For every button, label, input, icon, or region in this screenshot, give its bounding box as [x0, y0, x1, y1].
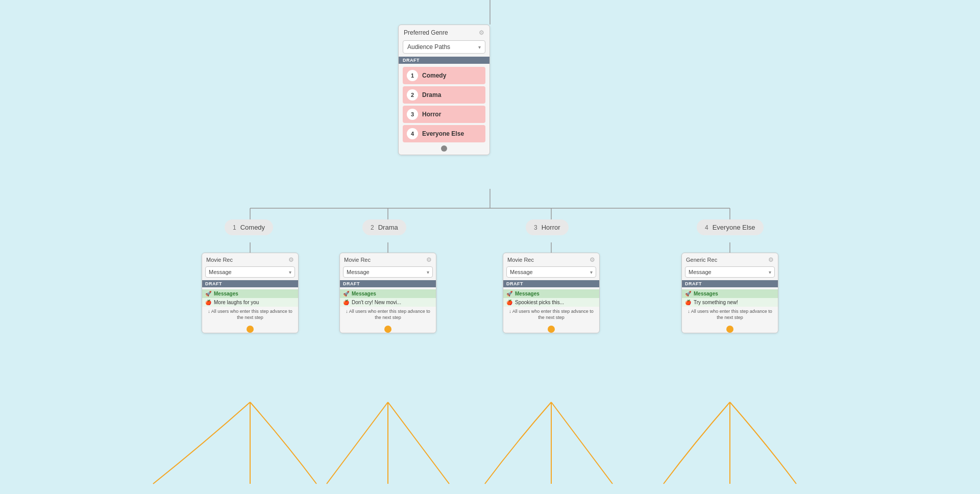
dropdown-label-horror: Message [510, 269, 533, 275]
branch-num-2: 2 [371, 224, 374, 231]
card-title-horror: Movie Rec [507, 257, 534, 263]
branch-pill-comedy[interactable]: 1 Comedy [225, 219, 273, 235]
messages-header-everyone-else: 🚀 Messages [682, 289, 778, 298]
path-item-3[interactable]: 3 Horror [403, 106, 485, 123]
messages-label-drama: Messages [352, 291, 376, 297]
messages-content-horror: 🍎 Spookiest picks this... [503, 298, 599, 307]
branch-num-1: 1 [233, 224, 236, 231]
message-card-drama: Movie Rec ⚙ Message ▾ DRAFT 🚀 Messages 🍎… [339, 253, 436, 333]
orange-dot-drama [384, 326, 391, 333]
advance-text-drama: ↓ All users who enter this step advance … [340, 307, 436, 324]
node-header: Preferred Genre ⚙ [399, 25, 489, 40]
messages-content-comedy: 🍎 More laughs for you [202, 298, 298, 307]
content-label-comedy: More laughs for you [214, 300, 259, 305]
rocket-icon-drama: 🚀 [343, 291, 349, 297]
messages-header-drama: 🚀 Messages [340, 289, 436, 298]
path-item-4[interactable]: 4 Everyone Else [403, 125, 485, 142]
apple-icon-everyone-else: 🍎 [685, 300, 691, 305]
card-gear-drama[interactable]: ⚙ [426, 256, 432, 263]
messages-header-comedy: 🚀 Messages [202, 289, 298, 298]
content-label-everyone-else: Try something new! [694, 300, 738, 305]
path-number-2: 2 [407, 89, 418, 101]
card-title-comedy: Movie Rec [206, 257, 233, 263]
card-dropdown-drama[interactable]: Message ▾ [343, 266, 433, 278]
card-draft-horror: DRAFT [503, 280, 599, 287]
card-dropdown-horror[interactable]: Message ▾ [506, 266, 596, 278]
path-label-everyone-else: Everyone Else [422, 130, 464, 137]
messages-header-horror: 🚀 Messages [503, 289, 599, 298]
branch-num-3: 3 [534, 224, 537, 231]
audience-paths-button[interactable]: Audience Paths ▾ [403, 40, 485, 54]
path-item-2[interactable]: 2 Drama [403, 86, 485, 104]
card-header-horror: Movie Rec ⚙ [503, 253, 599, 266]
card-gear-horror[interactable]: ⚙ [590, 256, 595, 263]
path-item-1[interactable]: 1 Comedy [403, 67, 485, 84]
dropdown-label-comedy: Message [209, 269, 232, 275]
card-draft-drama: DRAFT [340, 280, 436, 287]
path-number-1: 1 [407, 70, 418, 81]
dropdown-chevron-comedy: ▾ [289, 269, 291, 275]
gear-icon[interactable]: ⚙ [479, 29, 484, 36]
node-bottom-dot [441, 145, 447, 152]
card-gear-everyone-else[interactable]: ⚙ [768, 256, 774, 263]
message-card-horror: Movie Rec ⚙ Message ▾ DRAFT 🚀 Messages 🍎… [503, 253, 600, 333]
messages-label-horror: Messages [515, 291, 540, 297]
path-number-4: 4 [407, 128, 418, 139]
dropdown-chevron-everyone-else: ▾ [769, 269, 771, 275]
messages-label-comedy: Messages [214, 291, 238, 297]
orange-dot-everyone-else [726, 326, 733, 333]
rocket-icon-horror: 🚀 [506, 291, 512, 297]
card-dropdown-everyone-else[interactable]: Message ▾ [685, 266, 775, 278]
path-label-comedy: Comedy [422, 72, 446, 79]
branch-pill-everyone-else[interactable]: 4 Everyone Else [697, 219, 764, 235]
branch-pill-horror[interactable]: 3 Horror [526, 219, 569, 235]
card-draft-comedy: DRAFT [202, 280, 298, 287]
apple-icon-drama: 🍎 [343, 300, 349, 305]
content-label-horror: Spookiest picks this... [515, 300, 564, 305]
orange-dot-comedy [247, 326, 254, 333]
chevron-down-icon: ▾ [478, 44, 481, 50]
branch-label-comedy: Comedy [240, 224, 265, 231]
path-label-horror: Horror [422, 111, 441, 118]
message-card-comedy: Movie Rec ⚙ Message ▾ DRAFT 🚀 Messages 🍎… [202, 253, 299, 333]
preferred-genre-node: Preferred Genre ⚙ Audience Paths ▾ DRAFT… [398, 24, 490, 155]
dropdown-chevron-horror: ▾ [590, 269, 593, 275]
orange-dot-horror [548, 326, 555, 333]
advance-text-everyone-else: ↓ All users who enter this step advance … [682, 307, 778, 324]
messages-content-everyone-else: 🍎 Try something new! [682, 298, 778, 307]
audience-paths-label: Audience Paths [407, 43, 450, 51]
card-header-drama: Movie Rec ⚙ [340, 253, 436, 266]
branch-pill-drama[interactable]: 2 Drama [362, 219, 406, 235]
rocket-icon-comedy: 🚀 [205, 291, 211, 297]
card-title-everyone-else: Generic Rec [686, 257, 717, 263]
apple-icon-horror: 🍎 [506, 300, 512, 305]
card-header-comedy: Movie Rec ⚙ [202, 253, 298, 266]
messages-label-everyone-else: Messages [694, 291, 718, 297]
dropdown-label-drama: Message [347, 269, 370, 275]
card-header-everyone-else: Generic Rec ⚙ [682, 253, 778, 266]
apple-icon-comedy: 🍎 [205, 300, 211, 305]
branch-label-drama: Drama [378, 224, 398, 231]
content-label-drama: Don't cry! New movi... [352, 300, 401, 305]
card-title-drama: Movie Rec [344, 257, 371, 263]
rocket-icon-everyone-else: 🚀 [685, 291, 691, 297]
advance-text-horror: ↓ All users who enter this step advance … [503, 307, 599, 324]
draft-badge: DRAFT [399, 57, 489, 64]
card-gear-comedy[interactable]: ⚙ [288, 256, 294, 263]
branch-num-4: 4 [705, 224, 708, 231]
advance-text-comedy: ↓ All users who enter this step advance … [202, 307, 298, 324]
branch-label-everyone-else: Everyone Else [713, 224, 755, 231]
card-draft-everyone-else: DRAFT [682, 280, 778, 287]
dropdown-chevron-drama: ▾ [427, 269, 429, 275]
path-number-3: 3 [407, 109, 418, 120]
branch-label-horror: Horror [542, 224, 560, 231]
messages-content-drama: 🍎 Don't cry! New movi... [340, 298, 436, 307]
message-card-everyone-else: Generic Rec ⚙ Message ▾ DRAFT 🚀 Messages… [681, 253, 778, 333]
node-title: Preferred Genre [404, 29, 448, 36]
card-dropdown-comedy[interactable]: Message ▾ [205, 266, 295, 278]
dropdown-label-everyone-else: Message [689, 269, 712, 275]
path-label-drama: Drama [422, 91, 441, 98]
